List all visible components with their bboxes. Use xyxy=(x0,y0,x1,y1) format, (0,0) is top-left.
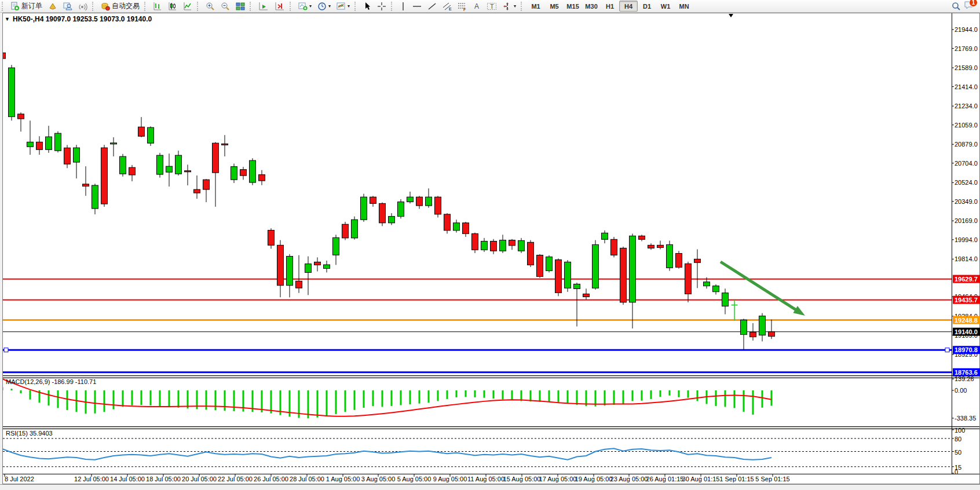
toolbar-grip[interactable] xyxy=(2,2,6,11)
price-line-label: 19629.7 xyxy=(955,276,978,283)
time-tick-label: 18 Jul 05:00 xyxy=(146,476,181,482)
auto-scroll-button[interactable] xyxy=(255,0,272,12)
bearish-candle xyxy=(36,142,43,149)
bullish-candle xyxy=(92,185,98,209)
chart-shift-button[interactable] xyxy=(272,0,288,12)
auto-trading-button[interactable]: 自动交易 xyxy=(98,0,142,12)
macd-histogram-bar xyxy=(224,390,226,411)
toolbar-grip[interactable] xyxy=(250,2,254,11)
macd-histogram-bar xyxy=(215,390,217,410)
zoom-in-button[interactable] xyxy=(203,0,218,12)
timeframe-m15-button[interactable]: M15 xyxy=(564,1,582,12)
tile-windows-button[interactable] xyxy=(233,0,248,12)
styler-button[interactable] xyxy=(45,0,60,12)
bullish-candle xyxy=(27,142,34,147)
line-chart-button[interactable] xyxy=(180,0,195,12)
timeframe-mn-button[interactable]: MN xyxy=(675,1,693,12)
time-tick-label: 8 Jul 2022 xyxy=(5,476,34,482)
channel-button[interactable]: E xyxy=(440,0,455,12)
market-watch-icon xyxy=(63,2,72,11)
macd-histogram-bar xyxy=(104,390,105,412)
bullish-candle xyxy=(407,197,414,202)
horizontal-line-button[interactable] xyxy=(409,0,425,12)
timeframe-m1-button[interactable]: M1 xyxy=(526,1,545,12)
time-tick-label: 26 Aug 01:15 xyxy=(646,476,684,482)
bullish-candle xyxy=(759,316,766,335)
new-order-button[interactable]: 新订单 xyxy=(8,0,45,12)
crosshair-button[interactable] xyxy=(374,0,389,12)
timeframe-w1-button[interactable]: W1 xyxy=(656,1,675,12)
bar-chart-icon xyxy=(153,2,162,11)
toolbar-grip[interactable] xyxy=(92,2,96,11)
text-icon: A xyxy=(473,2,481,11)
market-watch-button[interactable] xyxy=(60,0,75,12)
price-tick-label: 20879.0 xyxy=(955,141,978,148)
cursor-button[interactable] xyxy=(360,0,374,12)
macd-histogram-bar xyxy=(576,390,578,405)
macd-histogram-bar xyxy=(30,390,31,400)
timeframe-h1-button[interactable]: H1 xyxy=(601,1,619,12)
timeframe-h4-button[interactable]: H4 xyxy=(619,1,638,12)
fibonacci-button[interactable]: F xyxy=(455,0,470,12)
macd-histogram-bar xyxy=(660,390,661,397)
macd-histogram-bar xyxy=(437,390,439,401)
zoom-out-button[interactable] xyxy=(218,0,233,12)
timeframe-m30-button[interactable]: M30 xyxy=(582,1,601,12)
bearish-candle xyxy=(259,175,265,181)
arrows-button[interactable]: ▾ xyxy=(500,0,519,12)
symbol-dropdown-caret[interactable]: ▼ xyxy=(5,16,10,22)
new-chart-button[interactable]: ▾ xyxy=(295,0,315,12)
pane-splitter[interactable] xyxy=(3,427,979,429)
macd-histogram-bar xyxy=(113,390,115,409)
label-button[interactable]: T xyxy=(484,0,500,12)
trendline-button[interactable] xyxy=(425,0,440,12)
hline-handle[interactable] xyxy=(945,348,949,352)
price-chart[interactable]: 21944.021769.021589.021414.021234.021059… xyxy=(0,0,980,490)
toolbar-grip[interactable] xyxy=(521,2,525,11)
auto-trading-label: 自动交易 xyxy=(112,1,140,11)
bullish-candle xyxy=(630,236,636,302)
svg-text:T: T xyxy=(490,3,494,10)
crosshair-icon xyxy=(377,2,386,11)
timeframe-m5-button[interactable]: M5 xyxy=(545,1,564,12)
price-tick-label: 20169.0 xyxy=(955,217,978,224)
macd-histogram-bar xyxy=(67,390,68,410)
bearish-candle xyxy=(138,127,145,136)
chat-button[interactable]: 1 xyxy=(964,1,974,12)
macd-histogram-bar xyxy=(428,390,430,403)
vertical-line-button[interactable] xyxy=(397,0,409,12)
toolbar-grip[interactable] xyxy=(144,2,148,11)
hline-handle[interactable] xyxy=(4,348,8,352)
price-tick-label: 21769.0 xyxy=(955,45,978,52)
macd-histogram-bar xyxy=(465,390,467,397)
timeframe-d1-button[interactable]: D1 xyxy=(638,1,656,12)
periods-button[interactable]: ▾ xyxy=(315,0,334,12)
toolbar-grip[interactable] xyxy=(391,2,395,11)
text-button[interactable]: A xyxy=(470,0,484,12)
bearish-candle xyxy=(315,262,321,265)
candlestick-chart-button[interactable] xyxy=(165,0,180,12)
indicators-button[interactable]: ▾ xyxy=(334,0,353,12)
candlestick-chart-icon xyxy=(168,2,177,11)
price-line-label: 19248.8 xyxy=(955,317,978,324)
signals-button[interactable] xyxy=(75,0,90,12)
bullish-candle xyxy=(426,197,432,206)
trendline-icon xyxy=(427,2,437,11)
toolbar-grip[interactable] xyxy=(290,2,294,11)
toolbar-grip[interactable] xyxy=(354,2,359,11)
time-tick-label: 17 Aug 05:00 xyxy=(539,476,577,482)
bearish-candle xyxy=(240,170,247,175)
search-button[interactable] xyxy=(949,0,964,12)
macd-tick-label: -338.35 xyxy=(955,415,976,422)
new-order-label: 新订单 xyxy=(21,1,42,11)
zoom-out-icon xyxy=(221,2,230,11)
bullish-candle xyxy=(55,133,61,151)
bar-chart-button[interactable] xyxy=(150,0,165,12)
bearish-candle xyxy=(222,144,228,145)
notification-badge: 1 xyxy=(969,0,978,7)
signals-icon xyxy=(78,2,87,11)
bearish-candle xyxy=(639,236,645,239)
toolbar-grip[interactable] xyxy=(197,2,201,11)
macd-histogram-bar xyxy=(335,390,337,414)
pane-splitter[interactable] xyxy=(3,376,979,378)
